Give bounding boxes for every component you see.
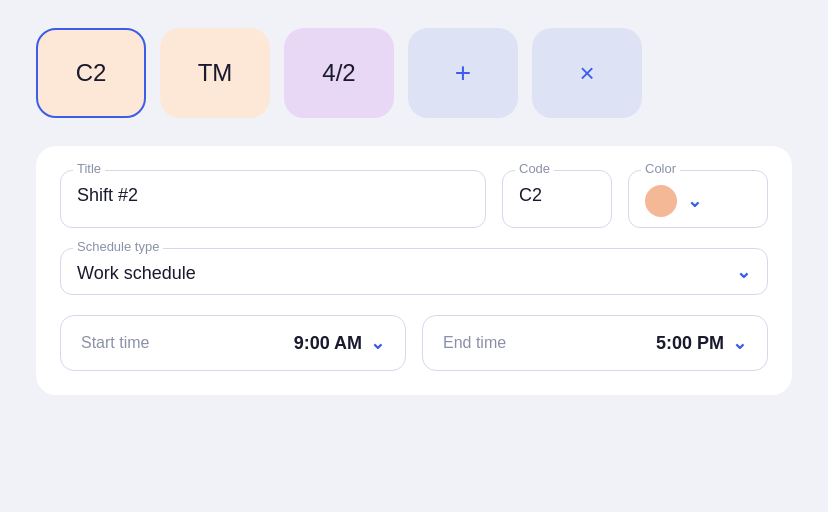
tab-close[interactable]: × [532,28,642,118]
end-time-chevron-icon: ⌄ [732,332,747,354]
code-value: C2 [519,181,595,206]
tab-tm[interactable]: TM [160,28,270,118]
code-label: Code [515,161,554,176]
tab-row: C2 TM 4/2 + × [36,28,792,118]
title-field[interactable]: Title Shift #2 [60,170,486,228]
code-field[interactable]: Code C2 [502,170,612,228]
form-row-2: Schedule type Work schedule ⌄ [60,248,768,295]
tab-42[interactable]: 4/2 [284,28,394,118]
tab-c2[interactable]: C2 [36,28,146,118]
start-time-field[interactable]: Start time 9:00 AM ⌄ [60,315,406,371]
title-value: Shift #2 [77,181,469,206]
schedule-label: Schedule type [73,239,163,254]
schedule-value: Work schedule [77,259,196,284]
end-time-field[interactable]: End time 5:00 PM ⌄ [422,315,768,371]
schedule-chevron-icon: ⌄ [736,261,751,283]
form-row-3: Start time 9:00 AM ⌄ End time 5:00 PM ⌄ [60,315,768,371]
start-time-value-group: 9:00 AM ⌄ [294,332,385,354]
app-container: C2 TM 4/2 + × Title Shift #2 Code C2 [0,0,828,512]
color-field[interactable]: Color ⌄ [628,170,768,228]
color-chevron-icon: ⌄ [687,190,702,212]
start-time-chevron-icon: ⌄ [370,332,385,354]
schedule-field[interactable]: Schedule type Work schedule ⌄ [60,248,768,295]
end-time-value: 5:00 PM [656,333,724,354]
form-row-1: Title Shift #2 Code C2 Color ⌄ [60,170,768,228]
end-time-label: End time [443,334,506,352]
color-label: Color [641,161,680,176]
color-inner: ⌄ [645,181,702,217]
title-label: Title [73,161,105,176]
tab-add[interactable]: + [408,28,518,118]
color-swatch [645,185,677,217]
start-time-label: Start time [81,334,149,352]
form-panel: Title Shift #2 Code C2 Color ⌄ Schedule … [36,146,792,395]
start-time-value: 9:00 AM [294,333,362,354]
end-time-value-group: 5:00 PM ⌄ [656,332,747,354]
